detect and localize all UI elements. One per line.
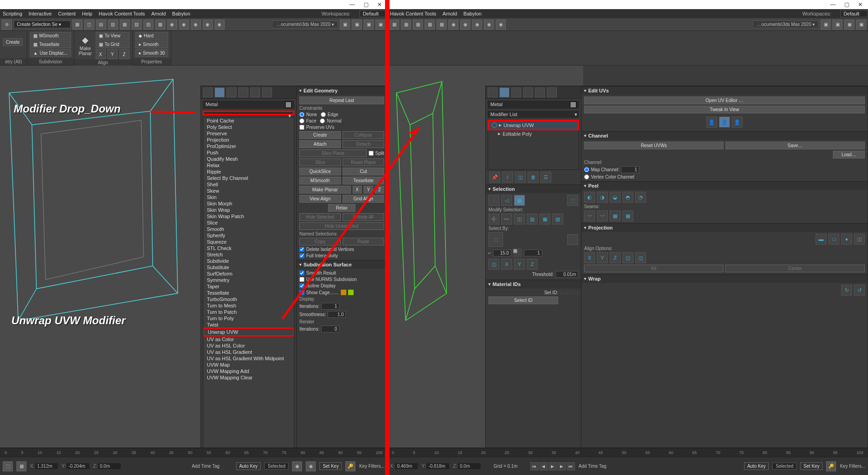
tool-icon[interactable]: ⊕ xyxy=(2,20,12,30)
minimize-button[interactable]: — xyxy=(826,0,840,9)
teapot-icon[interactable]: ◉ xyxy=(215,20,225,30)
modifier-option-turn-to-mesh[interactable]: Turn to Mesh xyxy=(203,302,294,309)
modifier-option-skin-wrap[interactable]: Skin Wrap xyxy=(203,207,294,213)
close-button[interactable]: ✕ xyxy=(373,0,386,9)
cage-color-2[interactable] xyxy=(348,290,354,295)
tool-icon[interactable]: ▣ xyxy=(340,20,350,30)
isoline-check[interactable]: Isoline Display xyxy=(299,283,384,288)
threshold-spinner[interactable]: 0.01m xyxy=(555,271,578,278)
y-axis-button[interactable]: Y xyxy=(514,259,525,270)
timeline-ruler-right[interactable]: 0510152025303540455055606570758085909510… xyxy=(387,448,868,457)
key-icon[interactable]: ◉ xyxy=(306,461,316,471)
align-z-button[interactable]: Z xyxy=(119,49,129,59)
tool-icon[interactable]: ◫ xyxy=(84,20,94,30)
sel-icon[interactable]: ▧ xyxy=(552,214,563,225)
modifier-option-uv-as-color[interactable]: UV as Color xyxy=(203,336,294,342)
make-planar-button[interactable]: Make Planar xyxy=(79,46,92,56)
pin-icon[interactable]: 📌 xyxy=(489,172,500,183)
set-key-button[interactable]: Set Key xyxy=(319,462,342,470)
tweak-in-view-button[interactable]: Tweak In View xyxy=(584,106,865,113)
loop-icon[interactable]: ▥ xyxy=(527,214,538,225)
modifier-option-slice[interactable]: Slice xyxy=(203,220,294,226)
hierarchy-tab-icon[interactable] xyxy=(226,87,236,97)
constraint-none[interactable]: None xyxy=(299,112,317,117)
edge-icon[interactable]: ◁ xyxy=(501,195,512,206)
preserve-uvs-check[interactable]: Preserve UVs xyxy=(299,125,384,130)
to-view-button[interactable]: ▣To View xyxy=(96,32,129,40)
teapot-icon[interactable]: ◉ xyxy=(203,20,213,30)
modifier-list-dropdown[interactable]: Modifier List▾ xyxy=(488,111,579,118)
modifier-option-relax[interactable]: Relax xyxy=(203,162,294,169)
menu-havok[interactable]: Havok Content Tools xyxy=(390,11,436,16)
load-button[interactable]: Load… xyxy=(833,151,865,158)
modifier-option-skin-wrap-patch[interactable]: Skin Wrap Patch xyxy=(203,213,294,220)
menu-arnold[interactable]: Arnold xyxy=(151,11,166,16)
modifier-option-stretch[interactable]: Stretch xyxy=(203,251,294,258)
modifier-option-uv-as-hsl-color[interactable]: UV as HSL Color xyxy=(203,342,294,349)
vertex-icon[interactable]: ⋮ xyxy=(488,195,499,206)
save-button[interactable]: Save… xyxy=(725,142,865,149)
goto-start-icon[interactable]: ⏮ xyxy=(530,462,539,470)
create-button[interactable]: Create xyxy=(3,38,23,46)
auto-key-button[interactable]: Auto Key xyxy=(744,462,769,470)
modifier-option-surfdeform[interactable]: SurfDeform xyxy=(203,271,294,277)
modifier-option-prooptimizer[interactable]: ProOptimizer xyxy=(203,143,294,149)
y-coord[interactable]: -0.204m xyxy=(67,463,89,469)
relax-button[interactable]: Relax xyxy=(328,204,355,212)
peel-icon[interactable]: ◒ xyxy=(610,192,621,203)
delete-icon[interactable]: 🗑 xyxy=(528,172,539,183)
seam-icon[interactable]: 〰 xyxy=(584,210,595,221)
tool-icon[interactable]: ▦ xyxy=(389,20,399,30)
align-icon[interactable]: ◫ xyxy=(635,252,646,263)
tool-icon[interactable]: ▣ xyxy=(821,20,831,30)
maximize-button[interactable]: ▢ xyxy=(840,0,853,9)
key-filters-button[interactable]: Key Filters... xyxy=(840,464,865,469)
create-button[interactable]: Create xyxy=(299,131,341,139)
align-x-button[interactable]: X xyxy=(96,49,106,59)
open-uv-editor-button[interactable]: Open UV Editor … xyxy=(584,97,865,104)
utilities-tab-icon[interactable] xyxy=(262,87,272,97)
channel-header[interactable]: Channel xyxy=(581,132,868,140)
create-tab-icon[interactable] xyxy=(203,87,213,97)
project-path-dropdown[interactable]: …ocuments\3ds Max 2020 ▾ xyxy=(272,20,338,28)
tool-icon[interactable]: ▦ xyxy=(401,20,411,30)
modifier-option-smooth[interactable]: Smooth xyxy=(203,226,294,232)
shrink-icon[interactable]: ➖ xyxy=(501,214,512,225)
modifier-option-tessellate[interactable]: Tessellate xyxy=(203,290,294,296)
vertex-color-radio[interactable]: Vertex Color Channel xyxy=(584,174,865,179)
teapot-icon[interactable]: ◉ xyxy=(472,20,482,30)
smooth-button[interactable]: ●Smooth xyxy=(135,41,168,48)
modifier-option-push[interactable]: Push xyxy=(203,149,294,156)
grow-icon[interactable]: ➕ xyxy=(488,214,499,225)
align-icon[interactable]: ◫ xyxy=(622,252,633,263)
box-proj-icon[interactable]: ◫ xyxy=(854,234,865,245)
subdiv-surface-header[interactable]: Subdivision Surface xyxy=(297,260,387,269)
set-key-button[interactable]: Set Key xyxy=(800,462,822,470)
modifier-option-uv-as-hsl-gradient-with-midpoint[interactable]: UV as HSL Gradient With Midpoint xyxy=(203,355,294,362)
modifier-option-twist[interactable]: Twist xyxy=(203,322,294,328)
goto-end-icon[interactable]: ⏭ xyxy=(567,462,575,470)
modifier-option-uvw-mapping-add[interactable]: UVW Mapping Add xyxy=(203,368,294,374)
modifier-option-skin-morph[interactable]: Skin Morph xyxy=(203,200,294,207)
modifier-option-stl-check[interactable]: STL Check xyxy=(203,245,294,251)
modifier-list-dropdown[interactable] xyxy=(203,111,294,115)
to-grid-button[interactable]: ▦To Grid xyxy=(96,41,129,48)
menu-babylon[interactable]: Babylon xyxy=(172,11,190,16)
align-y-button[interactable]: Y xyxy=(108,49,118,59)
quick-map-icon[interactable]: 👤 xyxy=(706,117,717,128)
smooth30-button[interactable]: ●Smooth 30 xyxy=(135,49,168,57)
selection-header[interactable]: Selection xyxy=(486,185,581,193)
tool-icon[interactable]: ▣ xyxy=(832,20,842,30)
object-name-field[interactable]: Metal xyxy=(203,101,294,109)
tool-icon[interactable]: ▦ xyxy=(72,20,82,30)
add-time-tag[interactable]: Add Time Tag xyxy=(192,464,220,469)
menu-content[interactable]: Content xyxy=(58,11,76,16)
z-axis-button[interactable]: Z xyxy=(527,259,538,270)
seam-icon[interactable]: ▦ xyxy=(610,210,621,221)
key-filters-button[interactable]: Key Filters... xyxy=(359,464,385,469)
stack-editable-poly[interactable]: ▸Editable Poly xyxy=(488,130,579,138)
peel-header[interactable]: Peel xyxy=(581,182,868,190)
object-name-field[interactable]: Metal xyxy=(488,101,579,109)
msmooth-button[interactable]: ▦MSmooth xyxy=(30,32,71,40)
modifier-option-shell[interactable]: Shell xyxy=(203,181,294,188)
